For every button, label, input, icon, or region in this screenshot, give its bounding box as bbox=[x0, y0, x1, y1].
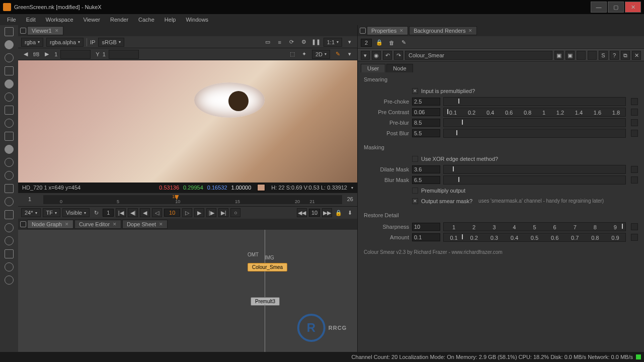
current-frame-field[interactable]: 10 bbox=[164, 209, 180, 217]
tab-close-icon[interactable]: ✕ bbox=[113, 222, 117, 227]
trash-icon[interactable]: 🗑 bbox=[387, 38, 396, 47]
postblur-value[interactable]: 5.5 bbox=[412, 129, 440, 137]
tool-icon[interactable] bbox=[5, 79, 14, 88]
viewer-tool-icon[interactable]: ✦ bbox=[300, 50, 309, 59]
premultout-checkbox[interactable] bbox=[412, 188, 418, 194]
outsmear-checkbox[interactable]: ✕ bbox=[412, 198, 418, 204]
maximize-button[interactable]: ▢ bbox=[608, 2, 624, 13]
precontrast-value[interactable]: 0.06 bbox=[412, 108, 440, 116]
tab-close-icon[interactable]: ✕ bbox=[55, 28, 59, 33]
float-icon[interactable]: ⧉ bbox=[621, 51, 630, 60]
tab-bg-renders[interactable]: Background Renders ✕ bbox=[409, 26, 477, 35]
minimize-button[interactable]: — bbox=[591, 2, 607, 13]
tool-icon[interactable] bbox=[5, 171, 14, 180]
dilate-slider[interactable] bbox=[443, 165, 626, 174]
channel-dropdown-2[interactable]: rgba.alpha▾ bbox=[46, 38, 84, 47]
gamma-slider[interactable] bbox=[109, 50, 139, 59]
mode-dropdown[interactable]: 2D▾ bbox=[312, 50, 330, 59]
tool-icon[interactable] bbox=[5, 27, 14, 36]
menu-workspace[interactable]: Workspace bbox=[41, 16, 78, 24]
curve-icon[interactable] bbox=[631, 130, 638, 137]
step-fwd-button[interactable]: |▶ bbox=[206, 208, 216, 217]
skip-fwd-button[interactable]: ▶▶ bbox=[322, 208, 332, 217]
viewer-image[interactable] bbox=[18, 60, 357, 183]
sharp-value[interactable]: 10 bbox=[412, 223, 440, 231]
tab-close-icon[interactable]: ✕ bbox=[159, 222, 163, 227]
gain-slider[interactable] bbox=[60, 50, 91, 59]
preblur-slider[interactable] bbox=[443, 118, 626, 127]
timeline[interactable]: 1 0 5 10 15 20 21 10 26 bbox=[18, 193, 357, 207]
next-icon[interactable]: ▶ bbox=[42, 50, 51, 59]
menu-viewer[interactable]: Viewer bbox=[78, 16, 105, 24]
tool-icon[interactable] bbox=[5, 132, 14, 141]
postblur-slider[interactable] bbox=[443, 129, 626, 138]
roi-icon[interactable]: ⬚ bbox=[288, 50, 297, 59]
pencil-icon[interactable]: ✎ bbox=[333, 50, 342, 59]
curve-icon[interactable] bbox=[631, 119, 638, 126]
tab-viewer1[interactable]: Viewer1 ✕ bbox=[27, 26, 63, 35]
tool-icon[interactable] bbox=[5, 53, 14, 62]
lock-icon[interactable]: 🔒 bbox=[375, 38, 384, 47]
curve-icon[interactable] bbox=[631, 166, 638, 173]
dilate-value[interactable]: 3.6 bbox=[412, 165, 440, 173]
panel-icon[interactable]: ▣ bbox=[554, 51, 564, 60]
panel-menu-icon[interactable] bbox=[20, 221, 26, 227]
chevron-down-icon[interactable]: ▾ bbox=[345, 50, 354, 59]
prechoke-value[interactable]: 2.5 bbox=[412, 98, 440, 106]
tab-user[interactable]: User bbox=[361, 64, 385, 72]
inframe-field[interactable]: 1 bbox=[103, 209, 114, 217]
tab-node-graph[interactable]: Node Graph ✕ bbox=[27, 220, 73, 229]
panel-icon[interactable]: ▣ bbox=[566, 51, 575, 60]
tool-icon[interactable] bbox=[5, 106, 14, 115]
goto-start-button[interactable]: |◀ bbox=[116, 208, 126, 217]
close-button[interactable]: ✕ bbox=[625, 2, 641, 13]
undo-icon[interactable]: ↶ bbox=[383, 51, 392, 60]
blurmask-slider[interactable] bbox=[443, 175, 626, 185]
tf-dropdown[interactable]: TF▾ bbox=[43, 208, 60, 217]
frame-back-button[interactable]: ◁ bbox=[152, 208, 162, 217]
tool-icon[interactable] bbox=[5, 197, 14, 206]
tool-icon[interactable] bbox=[5, 158, 14, 167]
amount-slider[interactable]: 0.10.20.30.40.50.60.70.80.9 bbox=[443, 233, 626, 242]
blurmask-value[interactable]: 6.5 bbox=[412, 176, 440, 184]
play-button[interactable]: ▶ bbox=[194, 208, 204, 217]
viewer-icon[interactable]: ▭ bbox=[263, 38, 272, 47]
channel-dropdown-1[interactable]: rgba▾ bbox=[21, 38, 43, 47]
lock-icon[interactable]: 🔒 bbox=[334, 208, 343, 217]
chevron-down-icon[interactable]: ▾ bbox=[361, 51, 370, 60]
sync-icon[interactable]: ↻ bbox=[92, 208, 101, 217]
download-icon[interactable]: ⬇ bbox=[345, 208, 354, 217]
tab-curve-editor[interactable]: Curve Editor ✕ bbox=[74, 220, 121, 229]
fps-dropdown[interactable]: 24*▾ bbox=[21, 208, 41, 217]
curve-icon[interactable] bbox=[631, 109, 638, 116]
precontrast-slider[interactable]: 0.10.20.40.60.811.21.41.61.8 bbox=[443, 108, 626, 117]
tab-close-icon[interactable]: ✕ bbox=[399, 28, 404, 33]
center-icon[interactable]: ◉ bbox=[372, 51, 381, 60]
prev-icon[interactable]: ◀ bbox=[21, 50, 30, 59]
refresh-icon[interactable]: ⟳ bbox=[287, 38, 296, 47]
sharp-slider[interactable]: 123456789 bbox=[443, 222, 626, 231]
panel-count-field[interactable] bbox=[361, 39, 372, 47]
node-name-field[interactable]: Colour_Smear bbox=[405, 51, 552, 60]
tool-icon[interactable] bbox=[5, 184, 14, 193]
zoom-dropdown[interactable]: 1:1▾ bbox=[324, 38, 342, 47]
viewer-icon[interactable]: ≡ bbox=[275, 38, 284, 47]
chevron-down-icon[interactable]: ▾ bbox=[345, 38, 354, 47]
tool-icon[interactable] bbox=[5, 93, 14, 102]
curve-icon[interactable] bbox=[631, 98, 638, 105]
xor-checkbox[interactable] bbox=[412, 156, 418, 162]
redo-icon[interactable]: ↷ bbox=[394, 51, 403, 60]
panel-menu-icon[interactable] bbox=[360, 28, 366, 34]
tab-properties[interactable]: Properties ✕ bbox=[367, 26, 408, 35]
menu-render[interactable]: Render bbox=[105, 16, 133, 24]
tool-icon[interactable] bbox=[5, 236, 14, 245]
play-back-button[interactable]: ◀ bbox=[140, 208, 150, 217]
tool-icon[interactable] bbox=[5, 262, 14, 272]
colorspace-dropdown[interactable]: sRGB▾ bbox=[98, 38, 124, 47]
gear-icon[interactable]: ⚙ bbox=[299, 38, 308, 47]
tool-icon[interactable] bbox=[5, 210, 14, 219]
panel-icon[interactable] bbox=[588, 51, 597, 60]
menu-file[interactable]: File bbox=[2, 16, 21, 24]
frame-fwd-button[interactable]: ▷ bbox=[182, 208, 192, 217]
help-icon[interactable]: ? bbox=[610, 51, 619, 60]
